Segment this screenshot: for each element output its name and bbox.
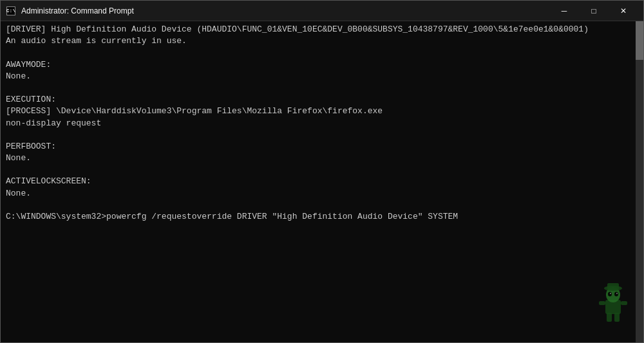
command-prompt-window: C:\ Administrator: Command Prompt ─ □ ✕ … [0,0,644,343]
title-bar: C:\ Administrator: Command Prompt ─ □ ✕ [1,1,643,21]
svg-point-5 [614,292,618,297]
svg-point-7 [616,293,618,294]
maximize-button[interactable]: □ [579,1,609,21]
svg-rect-3 [607,283,619,290]
cmd-icon-box: C:\ [6,6,15,15]
title-bar-controls: ─ □ ✕ [549,1,638,21]
svg-point-4 [608,292,612,297]
close-button[interactable]: ✕ [609,1,638,21]
watermark [596,282,631,327]
svg-point-6 [610,293,611,294]
svg-rect-11 [621,301,627,305]
svg-rect-10 [599,301,605,305]
minimize-button[interactable]: ─ [549,1,579,21]
window-title: Administrator: Command Prompt [21,6,134,15]
console-output[interactable]: [DRIVER] High Definition Audio Device (H… [1,21,636,342]
title-bar-left: C:\ Administrator: Command Prompt [6,6,134,16]
console-area[interactable]: [DRIVER] High Definition Audio Device (H… [1,21,643,342]
scrollbar-thumb[interactable] [636,21,643,60]
svg-rect-9 [614,313,620,322]
scrollbar[interactable] [636,21,643,342]
svg-rect-8 [607,313,612,322]
cmd-icon: C:\ [6,6,16,16]
